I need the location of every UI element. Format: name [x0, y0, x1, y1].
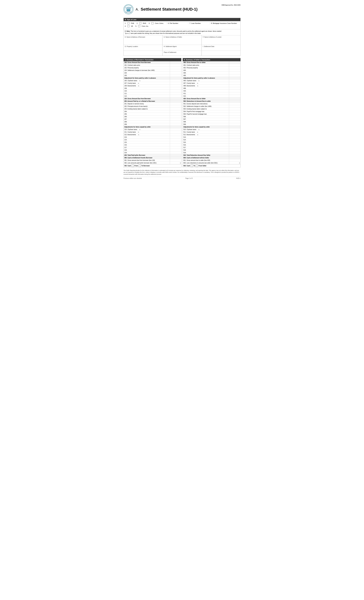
borrower-row-amount: [170, 108, 181, 110]
seller-row-label: 519.: [183, 151, 229, 154]
field-place-label: Place of Settlement:: [164, 52, 200, 53]
borrower-row-label: 105.: [124, 74, 170, 77]
seller-row-label: 509.: [183, 123, 229, 126]
borrower-row-label: 216.: [124, 144, 170, 146]
field-d-label: D. Name & Address of Borrower:: [125, 36, 161, 38]
borrower-row-amount: [170, 126, 181, 128]
section-b: B. Type of Loan 1. FHA 2. RHS 3. Conv. U…: [123, 18, 241, 56]
seller-row-label: 513.: [183, 136, 229, 138]
conv-unins-checkbox[interactable]: [151, 22, 154, 24]
borrower-row-label: 302. Less amounts paid by/for borrower (…: [124, 162, 170, 164]
loan-number-field: 7. Loan Number:: [188, 22, 208, 24]
borrower-row-amount: [170, 146, 181, 149]
borrower-row-label: 203. Existing loan(s) taken subject to: [124, 108, 170, 110]
svg-text:URBAN DEVELOPMENT: URBAN DEVELOPMENT: [125, 12, 132, 12]
seller-row-amount: [229, 87, 240, 90]
borrower-to-label: To Borrower: [141, 165, 150, 167]
seller-row-label: 600. Cash at Settlement to/from Seller: [183, 156, 229, 159]
loan-num-3: 3.: [149, 22, 150, 24]
field-h-label: H. Settlement Agent:: [164, 46, 200, 47]
borrower-row-label: 202. Principal amount of new loan(s): [124, 105, 170, 108]
seller-row-amount: [229, 97, 240, 100]
conv-ins-checkbox[interactable]: [138, 25, 140, 27]
file-number-field: 6. File Number:: [167, 22, 187, 24]
seller-row-amount: [229, 141, 240, 144]
seller-row-label: Adjustments for items unpaid by seller: [183, 126, 229, 128]
borrower-row-label: Adjustments for items unpaid by seller: [124, 126, 170, 128]
seller-from-checkbox[interactable]: [196, 165, 198, 167]
seller-row-amount: [229, 144, 240, 146]
seller-row-amount: [229, 64, 240, 66]
borrower-row-amount: [170, 105, 181, 108]
section-b-header: B. Type of Loan: [124, 18, 240, 21]
borrower-row-label: 200. Amount Paid by or in Behalf of Borr…: [124, 100, 170, 103]
seller-row-amount: [229, 136, 240, 138]
borrower-row-label: 217.: [124, 146, 170, 149]
borrower-row-label: 212. Assessmentsto: [124, 133, 170, 136]
seller-row-label: 514.: [183, 138, 229, 141]
conv-unins-label: Conv. Unins.: [155, 22, 164, 24]
va-label: VA: [131, 25, 133, 27]
svg-rect-7: [129, 9, 130, 11]
borrower-row-amount: [170, 138, 181, 141]
section-j-header: J. Summary of Borrower's Transaction: [124, 58, 181, 61]
loan-row-1: 1. FHA 2. RHS 3. Conv. Unins. 6. File Nu…: [125, 22, 239, 24]
borrower-row-label: 108. Assessmentsto: [124, 84, 170, 87]
borrower-row-label: 211. County taxesto: [124, 131, 170, 133]
rhs-checkbox[interactable]: [139, 22, 141, 24]
borrower-row-label: 109.: [124, 87, 170, 90]
seller-row-amount: [229, 74, 240, 77]
borrower-row-label: 210. City/town taxesto: [124, 128, 170, 131]
seller-row-amount: [229, 79, 240, 82]
seller-row-label: 407. County taxesto: [183, 82, 229, 84]
borrower-row-amount: [170, 87, 181, 90]
borrower-row-amount: [170, 74, 181, 77]
svg-text:OF HOUSING: OF HOUSING: [126, 8, 131, 9]
footer-disclaimer: The Public Reporting Burden for this col…: [123, 169, 241, 175]
ghi-row2: Place of Settlement:: [124, 51, 240, 56]
note-c-text1: This form is furnished to give you a sta…: [131, 30, 221, 32]
seller-row-amount: [229, 90, 240, 92]
seller-row-label: 404.: [183, 72, 229, 74]
field-g-label: G. Property Location:: [125, 46, 161, 47]
seller-row-amount: [229, 146, 240, 149]
seller-row-amount: [229, 128, 240, 131]
seller-row-amount: [229, 115, 240, 118]
borrower-row-amount: [170, 84, 181, 87]
mortgage-insurance-field: 8. Mortgage Insurance Case Number:: [210, 22, 239, 24]
va-checkbox[interactable]: [127, 25, 129, 27]
borrower-row-amount: [170, 133, 181, 136]
borrower-from-checkbox[interactable]: [132, 165, 134, 167]
borrower-row-amount: [170, 156, 181, 159]
page-number: Page 1 of 3: [185, 178, 193, 179]
borrower-table: 100. Gross Amount Due from Borrower101. …: [124, 61, 181, 164]
seller-row-label: 402. Personal property: [183, 66, 229, 69]
borrower-row-amount: [170, 159, 181, 162]
seller-row-amount: [229, 92, 240, 95]
seller-to-checkbox[interactable]: [191, 165, 193, 167]
seller-row-label: 420. Gross Amount Due to Seller: [183, 97, 229, 100]
seller-row-amount: [229, 133, 240, 136]
logo-text: U.S. DEPARTMENT OF HOUSING URBAN DEVELOP…: [124, 5, 133, 14]
borrower-row-amount: [170, 77, 181, 79]
field-g-empty: [124, 51, 163, 56]
borrower-row-label: 300. Cash at Settlement from/to Borrower: [124, 156, 170, 159]
seller-row-label: 410.: [183, 90, 229, 92]
borrower-row-amount: [170, 136, 181, 138]
borrower-row-amount: [170, 61, 181, 64]
borrower-row-amount: [170, 151, 181, 154]
seller-row-label: 512. Assessmentsto: [183, 133, 229, 136]
borrower-row-amount: [170, 131, 181, 133]
fha-checkbox[interactable]: [127, 22, 129, 24]
seller-row-amount: [229, 84, 240, 87]
note-c: C. Note: This form is furnished to give …: [124, 29, 240, 35]
borrower-row-label: 206.: [124, 115, 170, 118]
seller-row-amount: ): [229, 162, 240, 164]
borrower-row-label: 101. Contract sales price: [124, 64, 170, 66]
seller-row-label: 400. Gross Amount Due to Seller: [183, 61, 229, 64]
summary-columns: J. Summary of Borrower's Transaction 100…: [123, 58, 241, 168]
borrower-to-checkbox[interactable]: [139, 165, 141, 167]
section-j: J. Summary of Borrower's Transaction 100…: [123, 58, 182, 168]
ghi-row1: G. Property Location: H. Settlement Agen…: [124, 45, 240, 51]
seller-row-amount: [229, 156, 240, 159]
